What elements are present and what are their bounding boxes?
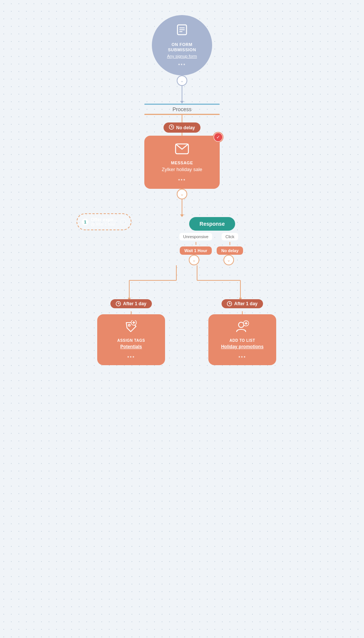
add-to-list-dots: ••• <box>239 354 246 360</box>
line-2 <box>182 115 182 122</box>
line-left-delay <box>131 311 132 314</box>
connector-3: ⌄ <box>177 189 187 217</box>
add-to-list-title: ADD TO LIST <box>229 338 255 343</box>
chevron-1[interactable]: ⌄ <box>177 75 187 86</box>
path-title: Offer expir... <box>91 217 117 222</box>
process-section: Process <box>144 104 220 115</box>
add-to-list-subtitle[interactable]: Holiday promotions <box>221 344 264 349</box>
unresponsive-label: Unresponsive <box>179 233 212 240</box>
assign-tags-icon <box>124 320 138 335</box>
message-icon <box>175 143 189 158</box>
path-node-container: 1 Offer expir... After 1 hour i <box>76 213 132 230</box>
add-to-list-icon <box>235 320 249 335</box>
line-3 <box>182 133 182 136</box>
unresponsive-delay[interactable]: Wait 1 Hour <box>180 246 212 255</box>
delay-label-right: After 1 day <box>234 301 257 306</box>
message-dots: ••• <box>178 177 186 183</box>
connector-2 <box>182 115 182 122</box>
arrow-2 <box>180 214 184 217</box>
unresponsive-col: Unresponsive Wait 1 Hour <box>179 233 212 255</box>
arrow-1 <box>180 101 184 104</box>
delay-badge-1[interactable]: No delay <box>164 122 200 133</box>
line-click <box>229 242 230 245</box>
line-4 <box>182 199 182 214</box>
path-sub: After 1 hour <box>91 222 117 226</box>
delay-label-left: After 1 day <box>123 301 146 306</box>
delay-label-1: No delay <box>176 125 195 130</box>
chevron-right-col: ⌄ <box>214 255 244 265</box>
response-label[interactable]: Response <box>189 217 236 231</box>
flow-container: ON FORM SUBMISSION Any signup form ••• ⌄… <box>0 15 364 371</box>
add-to-list-node[interactable]: ADD TO LIST Holiday promotions ••• <box>208 314 276 365</box>
assign-tags-title: ASSIGN TAGS <box>117 338 145 343</box>
left-branch: After 1 day ASSIGN TAGS Potentials ••• <box>97 299 165 365</box>
connector-1: ⌄ <box>177 75 187 104</box>
line-unresponsive <box>196 242 196 245</box>
delay-clock-icon <box>169 124 174 131</box>
path-node[interactable]: 1 Offer expir... After 1 hour i <box>76 213 132 230</box>
check-badge: ✓ <box>213 132 223 142</box>
branch-area: After 1 day ASSIGN TAGS Potentials ••• <box>60 265 304 371</box>
line-right-delay <box>242 311 243 314</box>
chevron-left[interactable]: ⌄ <box>189 255 199 265</box>
message-subtitle: Zylker holiday sale <box>162 167 202 172</box>
click-col: Click No delay <box>217 233 243 255</box>
form-icon <box>175 23 189 40</box>
assign-tags-dots: ••• <box>127 354 135 360</box>
click-label: Click <box>222 233 238 240</box>
check-inner: ✓ <box>214 133 222 141</box>
assign-tags-subtitle[interactable]: Potentials <box>120 344 142 349</box>
path-number: 1 <box>82 219 89 225</box>
trigger-title: ON FORM SUBMISSION <box>168 42 196 53</box>
response-columns: Unresponsive Wait 1 Hour Click No delay <box>179 233 243 255</box>
response-node[interactable]: Response <box>189 217 236 231</box>
message-node[interactable]: ✓ MESSAGE Zylker holiday sale ••• <box>144 136 220 189</box>
chevron-left-col: ⌄ <box>179 255 209 265</box>
trigger-node[interactable]: ON FORM SUBMISSION Any signup form ••• <box>152 15 212 75</box>
trigger-dots: ••• <box>178 61 186 67</box>
right-branch: After 1 day ADD TO LIST Holiday promotio… <box>208 299 276 365</box>
path-node-text: Offer expir... After 1 hour <box>91 217 117 226</box>
message-title: MESSAGE <box>171 161 193 165</box>
svg-point-22 <box>128 324 130 326</box>
chevron-right[interactable]: ⌄ <box>223 255 234 265</box>
chevron-2[interactable]: ⌄ <box>177 189 187 199</box>
svg-point-29 <box>239 322 244 327</box>
click-delay[interactable]: No delay <box>217 246 243 255</box>
chevrons-row: ⌄ ⌄ <box>179 255 244 265</box>
line-1 <box>182 86 182 101</box>
trigger-subtitle[interactable]: Any signup form <box>167 54 197 58</box>
assign-tags-node[interactable]: ASSIGN TAGS Potentials ••• <box>97 314 165 365</box>
delay-badge-right[interactable]: After 1 day <box>222 299 263 308</box>
split-row: 1 Offer expir... After 1 hour i Response <box>69 217 295 231</box>
process-label: Process <box>173 105 192 114</box>
delay-badge-left[interactable]: After 1 day <box>110 299 151 308</box>
info-icon[interactable]: i <box>120 219 126 225</box>
